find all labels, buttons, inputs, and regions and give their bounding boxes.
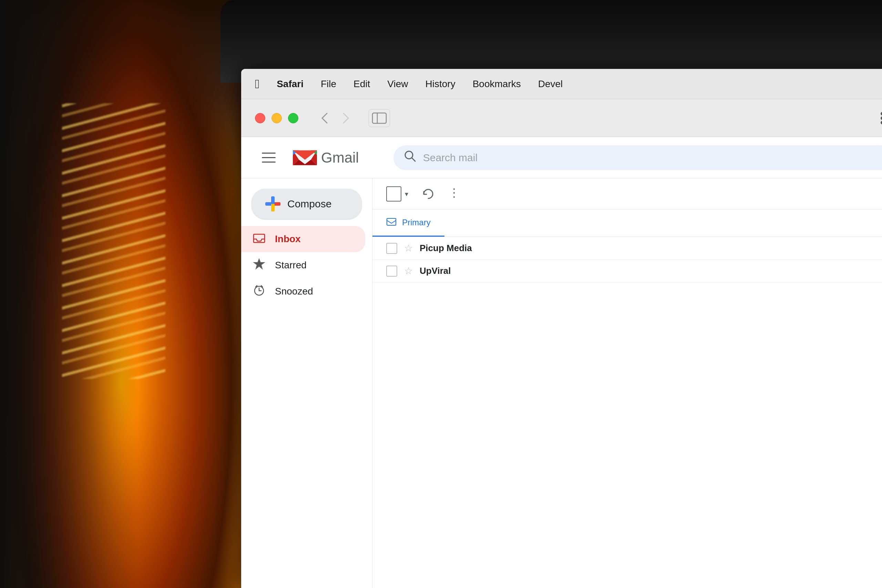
svg-rect-0 <box>372 113 386 123</box>
back-button[interactable] <box>316 109 333 127</box>
compose-label: Compose <box>287 198 332 210</box>
laptop-frame:  Safari File Edit View History Bookmark… <box>220 0 882 588</box>
search-bar[interactable]: Search mail <box>393 146 882 170</box>
snoozed-icon <box>252 284 267 299</box>
email-toolbar: ▾ ⋮ <box>372 178 882 209</box>
gmail-main: ▾ ⋮ <box>372 178 882 588</box>
sidebar-toggle-button[interactable] <box>369 109 390 127</box>
view-menu[interactable]: View <box>387 78 408 90</box>
hamburger-line <box>262 153 276 154</box>
star-icon[interactable]: ☆ <box>404 243 413 254</box>
starred-label: Starred <box>275 260 307 271</box>
email-row[interactable]: ☆ UpViral <box>372 260 882 282</box>
safari-menu[interactable]: Safari <box>277 78 303 90</box>
search-icon <box>404 150 416 165</box>
file-menu[interactable]: File <box>321 78 336 90</box>
gmail-content: Gmail Search mail <box>241 137 882 588</box>
gmail-header: Gmail Search mail <box>241 137 882 178</box>
apple-menu[interactable]:  <box>255 77 260 91</box>
email-sender: UpViral <box>420 266 516 276</box>
sidebar-item-starred[interactable]: Starred <box>241 252 365 278</box>
grid-icon <box>880 112 882 124</box>
svg-line-11 <box>412 158 415 161</box>
email-checkbox[interactable] <box>386 243 397 254</box>
search-placeholder: Search mail <box>423 152 477 164</box>
star-icon[interactable]: ☆ <box>404 265 413 277</box>
more-options-button[interactable]: ⋮ <box>448 187 460 201</box>
inbox-icon <box>252 231 267 247</box>
tab-primary[interactable]: Primary <box>372 209 444 237</box>
email-tabs: Primary <box>372 209 882 237</box>
compose-button[interactable]: Compose <box>252 189 362 219</box>
snoozed-label: Snoozed <box>275 286 313 297</box>
svg-rect-17 <box>387 218 396 225</box>
inbox-label: Inbox <box>275 234 301 244</box>
sidebar-item-inbox[interactable]: Inbox <box>241 226 365 252</box>
macos-menubar:  Safari File Edit View History Bookmark… <box>241 69 882 99</box>
maximize-button[interactable] <box>288 113 298 123</box>
compose-plus-icon <box>265 196 280 212</box>
email-checkbox[interactable] <box>386 266 397 277</box>
navigation-buttons <box>316 109 355 127</box>
hamburger-line <box>262 157 276 158</box>
bookmarks-menu[interactable]: Bookmarks <box>473 78 521 90</box>
svg-marker-13 <box>254 259 264 268</box>
tab-overview-button[interactable] <box>878 109 882 127</box>
history-menu[interactable]: History <box>426 78 456 90</box>
refresh-button[interactable] <box>418 184 438 204</box>
email-sender: Picup Media <box>420 243 516 254</box>
develop-menu[interactable]: Devel <box>538 78 563 90</box>
select-dropdown-button[interactable]: ▾ <box>405 190 408 198</box>
primary-tab-label: Primary <box>402 218 430 227</box>
hamburger-line <box>262 162 276 163</box>
gmail-body: Compose Inbox <box>241 178 882 588</box>
select-all-checkbox[interactable] <box>386 186 401 201</box>
gmail-wordmark: Gmail <box>321 150 359 166</box>
minimize-button[interactable] <box>272 113 282 123</box>
primary-tab-icon <box>386 216 396 229</box>
sidebar-item-snoozed[interactable]: Snoozed <box>241 278 365 304</box>
email-row[interactable]: ☆ Picup Media <box>372 237 882 260</box>
forward-button[interactable] <box>337 109 355 127</box>
close-button[interactable] <box>255 113 265 123</box>
safari-toolbar <box>241 99 882 137</box>
light-streaks <box>62 104 165 379</box>
window-controls <box>255 113 298 123</box>
gmail-logo: Gmail <box>293 146 359 170</box>
edit-menu[interactable]: Edit <box>354 78 370 90</box>
gmail-m-icon <box>293 146 317 170</box>
hamburger-menu-button[interactable] <box>258 147 279 168</box>
screen:  Safari File Edit View History Bookmark… <box>241 69 882 588</box>
gmail-sidebar: Compose Inbox <box>241 178 372 588</box>
starred-icon <box>252 258 267 273</box>
